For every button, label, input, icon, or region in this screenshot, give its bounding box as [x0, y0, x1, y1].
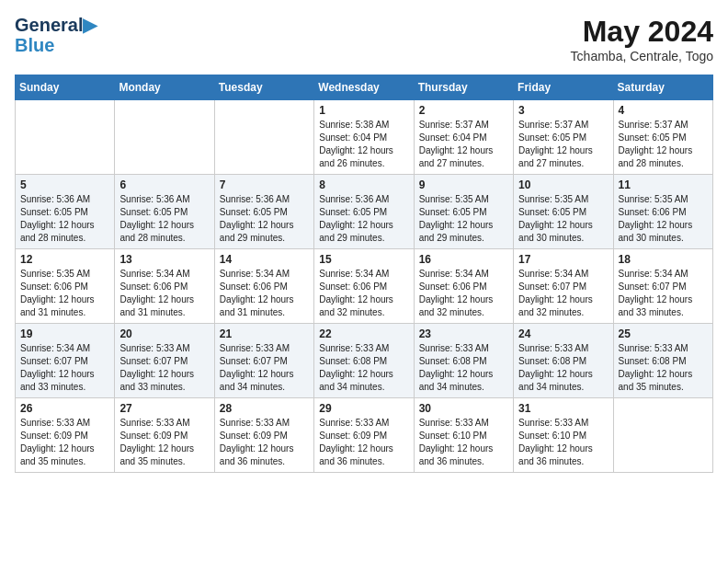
calendar-week-1: 1Sunrise: 5:38 AMSunset: 6:04 PMDaylight… — [16, 100, 713, 175]
cell-content: Sunrise: 5:33 AMSunset: 6:08 PMDaylight:… — [619, 342, 708, 394]
day-number: 23 — [419, 327, 508, 340]
calendar-cell: 3Sunrise: 5:37 AMSunset: 6:05 PMDaylight… — [514, 100, 613, 175]
calendar-cell: 18Sunrise: 5:34 AMSunset: 6:07 PMDayligh… — [613, 249, 712, 324]
calendar-cell: 27Sunrise: 5:33 AMSunset: 6:09 PMDayligh… — [115, 398, 214, 473]
calendar-cell: 15Sunrise: 5:34 AMSunset: 6:06 PMDayligh… — [314, 249, 414, 324]
cell-content: Sunrise: 5:34 AMSunset: 6:06 PMDaylight:… — [419, 268, 508, 319]
calendar-cell: 25Sunrise: 5:33 AMSunset: 6:08 PMDayligh… — [613, 324, 712, 398]
day-number: 30 — [419, 402, 508, 415]
cell-content: Sunrise: 5:38 AMSunset: 6:04 PMDaylight:… — [319, 119, 408, 170]
day-number: 31 — [518, 402, 608, 415]
cell-content: Sunrise: 5:36 AMSunset: 6:05 PMDaylight:… — [319, 193, 408, 245]
cell-content: Sunrise: 5:36 AMSunset: 6:05 PMDaylight:… — [119, 193, 209, 245]
day-number: 9 — [419, 178, 508, 191]
calendar-cell: 31Sunrise: 5:33 AMSunset: 6:10 PMDayligh… — [514, 398, 613, 473]
day-number: 13 — [119, 253, 209, 266]
day-number: 8 — [319, 178, 408, 191]
title-block: May 2024 Tchamba, Centrale, Togo — [571, 15, 713, 63]
cell-content: Sunrise: 5:33 AMSunset: 6:08 PMDaylight:… — [518, 342, 608, 394]
calendar-week-4: 19Sunrise: 5:34 AMSunset: 6:07 PMDayligh… — [16, 324, 713, 398]
day-number: 7 — [220, 178, 309, 191]
calendar-cell: 23Sunrise: 5:33 AMSunset: 6:08 PMDayligh… — [414, 324, 513, 398]
calendar-cell: 10Sunrise: 5:35 AMSunset: 6:05 PMDayligh… — [514, 175, 613, 249]
cell-content: Sunrise: 5:34 AMSunset: 6:07 PMDaylight:… — [20, 342, 109, 394]
day-header-wednesday: Wednesday — [314, 75, 414, 100]
calendar-table: SundayMondayTuesdayWednesdayThursdayFrid… — [15, 75, 713, 473]
calendar-cell: 7Sunrise: 5:36 AMSunset: 6:05 PMDaylight… — [214, 175, 313, 249]
calendar-week-3: 12Sunrise: 5:35 AMSunset: 6:06 PMDayligh… — [16, 249, 713, 324]
day-number: 2 — [419, 104, 508, 117]
logo: General▶ Blue — [15, 15, 97, 55]
day-number: 10 — [518, 178, 608, 191]
cell-content: Sunrise: 5:33 AMSunset: 6:09 PMDaylight:… — [220, 417, 309, 468]
day-number: 24 — [518, 327, 608, 340]
day-number: 3 — [518, 104, 608, 117]
cell-content: Sunrise: 5:37 AMSunset: 6:05 PMDaylight:… — [518, 119, 608, 170]
day-number: 18 — [619, 253, 708, 266]
cell-content: Sunrise: 5:36 AMSunset: 6:05 PMDaylight:… — [220, 193, 309, 245]
calendar-cell: 30Sunrise: 5:33 AMSunset: 6:10 PMDayligh… — [414, 398, 513, 473]
calendar-cell: 6Sunrise: 5:36 AMSunset: 6:05 PMDaylight… — [115, 175, 214, 249]
cell-content: Sunrise: 5:33 AMSunset: 6:08 PMDaylight:… — [319, 342, 408, 394]
day-header-tuesday: Tuesday — [214, 75, 313, 100]
calendar-header-row: SundayMondayTuesdayWednesdayThursdayFrid… — [16, 75, 713, 100]
calendar-cell: 21Sunrise: 5:33 AMSunset: 6:07 PMDayligh… — [214, 324, 313, 398]
day-header-sunday: Sunday — [16, 75, 115, 100]
day-number: 11 — [619, 178, 708, 191]
day-header-thursday: Thursday — [414, 75, 513, 100]
day-number: 6 — [119, 178, 209, 191]
calendar-cell: 19Sunrise: 5:34 AMSunset: 6:07 PMDayligh… — [16, 324, 115, 398]
cell-content: Sunrise: 5:34 AMSunset: 6:06 PMDaylight:… — [220, 268, 309, 319]
cell-content: Sunrise: 5:33 AMSunset: 6:07 PMDaylight:… — [220, 342, 309, 394]
cell-content: Sunrise: 5:33 AMSunset: 6:10 PMDaylight:… — [419, 417, 508, 468]
cell-content: Sunrise: 5:34 AMSunset: 6:06 PMDaylight:… — [119, 268, 209, 319]
calendar-cell: 28Sunrise: 5:33 AMSunset: 6:09 PMDayligh… — [214, 398, 313, 473]
day-number: 5 — [20, 178, 109, 191]
calendar-cell: 2Sunrise: 5:37 AMSunset: 6:04 PMDaylight… — [414, 100, 513, 175]
cell-content: Sunrise: 5:33 AMSunset: 6:09 PMDaylight:… — [20, 417, 109, 468]
page-header: General▶ Blue May 2024 Tchamba, Centrale… — [15, 15, 713, 63]
calendar-cell: 4Sunrise: 5:37 AMSunset: 6:05 PMDaylight… — [613, 100, 712, 175]
cell-content: Sunrise: 5:35 AMSunset: 6:06 PMDaylight:… — [619, 193, 708, 245]
calendar-cell: 9Sunrise: 5:35 AMSunset: 6:05 PMDaylight… — [414, 175, 513, 249]
day-number: 14 — [220, 253, 309, 266]
day-number: 26 — [20, 402, 109, 415]
day-number: 4 — [619, 104, 708, 117]
calendar-cell: 26Sunrise: 5:33 AMSunset: 6:09 PMDayligh… — [16, 398, 115, 473]
day-number: 21 — [220, 327, 309, 340]
calendar-cell: 5Sunrise: 5:36 AMSunset: 6:05 PMDaylight… — [16, 175, 115, 249]
cell-content: Sunrise: 5:35 AMSunset: 6:05 PMDaylight:… — [419, 193, 508, 245]
cell-content: Sunrise: 5:34 AMSunset: 6:07 PMDaylight:… — [518, 268, 608, 319]
calendar-cell: 1Sunrise: 5:38 AMSunset: 6:04 PMDaylight… — [314, 100, 414, 175]
calendar-cell: 16Sunrise: 5:34 AMSunset: 6:06 PMDayligh… — [414, 249, 513, 324]
cell-content: Sunrise: 5:33 AMSunset: 6:08 PMDaylight:… — [419, 342, 508, 394]
cell-content: Sunrise: 5:34 AMSunset: 6:06 PMDaylight:… — [319, 268, 408, 319]
calendar-cell — [16, 100, 115, 175]
calendar-week-2: 5Sunrise: 5:36 AMSunset: 6:05 PMDaylight… — [16, 175, 713, 249]
calendar-cell: 17Sunrise: 5:34 AMSunset: 6:07 PMDayligh… — [514, 249, 613, 324]
day-number: 20 — [119, 327, 209, 340]
cell-content: Sunrise: 5:34 AMSunset: 6:07 PMDaylight:… — [619, 268, 708, 319]
day-header-saturday: Saturday — [613, 75, 712, 100]
day-number: 19 — [20, 327, 109, 340]
cell-content: Sunrise: 5:37 AMSunset: 6:05 PMDaylight:… — [619, 119, 708, 170]
logo-text: General▶ Blue — [15, 15, 97, 55]
day-header-monday: Monday — [115, 75, 214, 100]
cell-content: Sunrise: 5:33 AMSunset: 6:09 PMDaylight:… — [119, 417, 209, 468]
calendar-cell — [214, 100, 313, 175]
calendar-cell — [115, 100, 214, 175]
day-header-friday: Friday — [514, 75, 613, 100]
cell-content: Sunrise: 5:36 AMSunset: 6:05 PMDaylight:… — [20, 193, 109, 245]
calendar-cell: 24Sunrise: 5:33 AMSunset: 6:08 PMDayligh… — [514, 324, 613, 398]
month-year: May 2024 — [571, 15, 713, 49]
calendar-cell: 29Sunrise: 5:33 AMSunset: 6:09 PMDayligh… — [314, 398, 414, 473]
calendar-cell — [613, 398, 712, 473]
day-number: 16 — [419, 253, 508, 266]
cell-content: Sunrise: 5:33 AMSunset: 6:07 PMDaylight:… — [119, 342, 209, 394]
calendar-body: 1Sunrise: 5:38 AMSunset: 6:04 PMDaylight… — [16, 100, 713, 473]
location: Tchamba, Centrale, Togo — [571, 49, 713, 63]
calendar-cell: 22Sunrise: 5:33 AMSunset: 6:08 PMDayligh… — [314, 324, 414, 398]
day-number: 29 — [319, 402, 408, 415]
calendar-week-5: 26Sunrise: 5:33 AMSunset: 6:09 PMDayligh… — [16, 398, 713, 473]
calendar-cell: 14Sunrise: 5:34 AMSunset: 6:06 PMDayligh… — [214, 249, 313, 324]
